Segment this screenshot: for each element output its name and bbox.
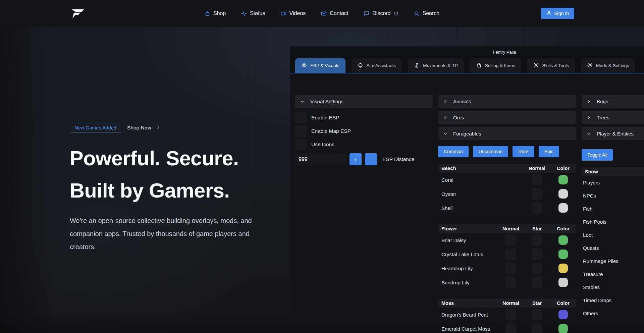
color-swatch[interactable] <box>558 264 568 273</box>
color-swatch[interactable] <box>558 235 568 245</box>
checkbox-star[interactable] <box>532 277 542 288</box>
chevron-right-icon <box>586 99 591 104</box>
table-header-row: FlowerNormalStarColor <box>438 224 576 233</box>
shop-now-link[interactable]: Shop Now <box>127 125 161 131</box>
chevron-right-icon <box>443 115 448 120</box>
section-visual-settings[interactable]: Visual Settings <box>295 95 433 108</box>
checkbox-normal[interactable] <box>505 277 516 288</box>
panel-titlebar[interactable]: Fentry Palia <box>290 46 644 58</box>
new-games-badge[interactable]: New Games Added <box>70 123 121 133</box>
show-item-rummage-piles[interactable]: Rummage Piles <box>582 255 644 268</box>
show-item-stables[interactable]: Stables <box>582 281 644 294</box>
row-label: Coral <box>441 177 524 183</box>
nav-item-label: Videos <box>289 10 306 16</box>
checkbox-normal[interactable] <box>532 188 542 199</box>
fentry-palia-panel: Fentry Palia ESP & VisualsAim Assistants… <box>290 46 644 320</box>
color-swatch[interactable] <box>558 189 568 199</box>
table-row: Heartdrop Lily <box>438 261 576 275</box>
decrement-button[interactable]: - <box>365 153 377 165</box>
row-label: Heartdrop Lily <box>441 266 498 271</box>
sign-in-button[interactable]: Sign in <box>541 8 574 19</box>
checkbox-star[interactable] <box>532 309 542 320</box>
column-header-normal: Normal <box>498 226 524 231</box>
color-swatch[interactable] <box>558 249 568 259</box>
increment-button[interactable]: + <box>350 153 362 165</box>
color-swatch[interactable] <box>558 310 568 319</box>
section-forageables[interactable]: Forageables <box>438 127 576 140</box>
hero-title-line2: Built by Gamers. <box>70 179 230 202</box>
rarity-button-uncommon[interactable]: Uncommon <box>473 146 508 157</box>
toggle-all-button[interactable]: Toggle All <box>582 149 613 161</box>
tab-mods-settings[interactable]: Mods & Settings <box>581 58 635 73</box>
bag-icon <box>476 62 482 69</box>
nav-item-status[interactable]: Status <box>241 10 265 16</box>
show-item-loot[interactable]: Loot <box>582 228 644 241</box>
panel-title: Fentry Palia <box>493 50 516 55</box>
checkbox-star[interactable] <box>532 263 542 274</box>
column-header-normal: Normal <box>524 166 550 171</box>
checkbox-normal[interactable] <box>505 309 516 320</box>
section-ores[interactable]: Ores <box>438 111 576 124</box>
table-row: Oyster <box>438 187 576 201</box>
tab-label: Skills & Tools <box>542 63 569 68</box>
esp-distance-input[interactable] <box>295 153 346 165</box>
checkbox[interactable] <box>295 139 307 150</box>
nav-item-shop[interactable]: Shop <box>205 10 226 16</box>
section-label: Forageables <box>453 131 481 136</box>
rarity-button-common[interactable]: Common <box>438 146 469 157</box>
background-shade <box>0 27 55 333</box>
section-bugs[interactable]: Bugs <box>582 95 644 108</box>
show-item-fish-pools[interactable]: Fish Pools <box>582 215 644 228</box>
nav-item-videos[interactable]: Videos <box>281 10 306 16</box>
section-player-entities[interactable]: Player & Entities <box>582 127 644 140</box>
tab-selling-items[interactable]: Selling & Items <box>470 58 521 73</box>
tab-esp-visuals[interactable]: ESP & Visuals <box>295 58 345 73</box>
tab-movements-tp[interactable]: Movements & TP <box>408 58 464 73</box>
toggle-label: Use Icons <box>311 142 334 148</box>
color-swatch[interactable] <box>558 278 568 287</box>
show-item-fish[interactable]: Fish <box>582 202 644 215</box>
nav-item-discord[interactable]: Discord <box>364 10 398 16</box>
rarity-button-epic[interactable]: Epic <box>539 146 559 157</box>
chevron-down-icon <box>443 131 448 136</box>
section-animals[interactable]: Animals <box>438 95 576 108</box>
checkbox-normal[interactable] <box>532 174 542 185</box>
checkbox-normal[interactable] <box>532 203 542 213</box>
nav-item-search[interactable]: Search <box>414 10 440 16</box>
rarity-buttons-row: CommonUncommonRareEpic <box>438 146 576 157</box>
nav-item-label: Discord <box>372 10 390 16</box>
nav-item-contact[interactable]: Contact <box>321 10 348 16</box>
checkbox-star[interactable] <box>532 249 542 260</box>
table-name: Beach <box>441 166 524 171</box>
table-name: Moss <box>441 300 498 306</box>
checkbox-normal[interactable] <box>505 249 516 260</box>
table-beach: BeachNormalColorCoralOysterShell <box>438 164 576 215</box>
shop-now-label: Shop Now <box>127 125 151 131</box>
checkbox-star[interactable] <box>532 323 542 333</box>
tab-label: Movements & TP <box>423 63 458 68</box>
checkbox[interactable] <box>295 125 307 137</box>
show-item-npcs[interactable]: NPCs <box>582 189 644 202</box>
color-swatch[interactable] <box>558 324 568 333</box>
checkbox-star[interactable] <box>532 235 542 245</box>
visual-settings-column: Visual SettingsEnable ESPEnable Map ESPU… <box>295 95 433 166</box>
checkbox-normal[interactable] <box>505 323 516 333</box>
section-label: Bugs <box>597 99 608 104</box>
tab-aim-assistants[interactable]: Aim Assistants <box>352 58 402 73</box>
show-item-players[interactable]: Players <box>582 176 644 189</box>
checkbox[interactable] <box>295 112 307 123</box>
row-label: Crystal Lake Lotus <box>441 252 498 257</box>
tab-skills-tools[interactable]: Skills & Tools <box>527 58 575 73</box>
checkbox-normal[interactable] <box>505 235 516 245</box>
show-item-treasure[interactable]: Treasure <box>582 268 644 281</box>
show-item-others[interactable]: Others <box>582 307 644 320</box>
color-swatch[interactable] <box>558 175 568 184</box>
color-swatch[interactable] <box>558 203 568 213</box>
rarity-button-rare[interactable]: Rare <box>513 146 534 157</box>
checkbox-normal[interactable] <box>505 263 516 274</box>
toggle-label: Enable ESP <box>311 115 339 121</box>
section-label: Trees <box>597 115 609 120</box>
show-item-timed-drops[interactable]: Timed Drops <box>582 294 644 307</box>
show-item-quests[interactable]: Quests <box>582 241 644 255</box>
section-trees[interactable]: Trees <box>582 111 644 124</box>
